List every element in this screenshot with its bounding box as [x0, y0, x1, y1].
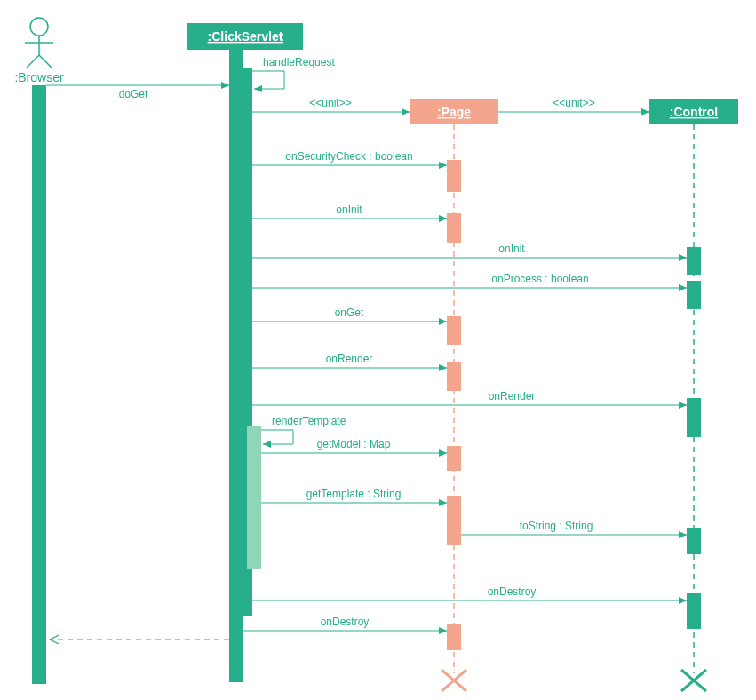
page-act-ondestroy — [447, 624, 461, 650]
browser-activation — [32, 85, 46, 684]
svg-line-3 — [27, 55, 39, 68]
actor-browser: :Browser — [14, 18, 64, 84]
actor-browser-label: :Browser — [14, 70, 64, 84]
control-label: :Control — [670, 105, 718, 119]
msg-rendertemplate: renderTemplate — [272, 415, 346, 427]
msg-tostring: toString : String — [520, 520, 593, 532]
page-label: :Page — [437, 105, 471, 119]
svg-point-0 — [30, 18, 48, 36]
clickservlet-label: :ClickServlet — [208, 29, 283, 44]
msg-onrender: onRender — [326, 353, 373, 365]
ctrl-act-ondestroy — [687, 593, 701, 629]
page-act-onrender — [447, 362, 461, 391]
msg-onget: onGet — [335, 306, 364, 319]
msg-onrenderctrl: onRender — [489, 390, 536, 402]
lifeline-control: :Control — [649, 99, 738, 124]
msg-gettemplate: getTemplate : String — [306, 488, 402, 500]
page-act-oninit — [447, 213, 461, 243]
msg-oninit: onInit — [336, 203, 362, 216]
page-act-onget — [447, 316, 461, 345]
msg-unit2: <<unit>> — [553, 97, 594, 109]
ctrl-act-tostring — [687, 528, 701, 554]
msg-doget: doGet — [119, 88, 148, 100]
ctrl-act-onrender — [687, 398, 701, 437]
page-act-gettemplate — [447, 496, 461, 545]
ctrl-act-onprocess — [687, 281, 701, 309]
svg-line-4 — [39, 55, 52, 68]
msg-ondestroyctrl: onDestroy — [488, 585, 537, 598]
sequence-diagram: :Browser :ClickServlet :Page :Control do… — [0, 0, 756, 700]
page-act-seccheck — [447, 160, 461, 192]
msg-unit1: <<unit>> — [309, 97, 351, 109]
msg-handlerequest: handleRequest — [263, 56, 335, 68]
clickservlet-activation-3 — [247, 426, 261, 569]
msg-ondestroy: onDestroy — [321, 616, 370, 628]
msg-getmodel: getModel : Map — [317, 438, 391, 450]
msg-rendertemplate-arrow — [261, 430, 293, 444]
lifeline-page: :Page — [410, 99, 498, 124]
msg-seccheck: onSecurityCheck : boolean — [285, 150, 412, 163]
msg-oninitctrl: onInit — [498, 243, 525, 255]
msg-onprocess: onProcess : boolean — [491, 273, 588, 285]
msg-handlerequest-arrow — [252, 71, 284, 89]
lifeline-clickservlet: :ClickServlet — [187, 23, 303, 50]
ctrl-act-oninit — [687, 247, 701, 275]
page-act-getmodel — [447, 446, 461, 471]
